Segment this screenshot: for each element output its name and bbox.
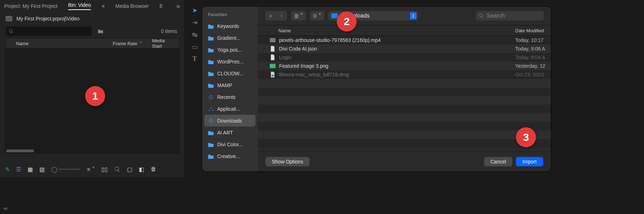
search-icon [479,13,484,18]
file-name: Divi Code AI.json [279,46,515,52]
horizontal-scrollbar[interactable] [6,149,34,152]
auto-sequence-icon[interactable]: ▯▯ [101,166,108,173]
empty-row [258,113,551,122]
svg-rect-4 [272,75,274,76]
sidebar-item-creative-[interactable]: Creative... [204,150,255,162]
project-search-input[interactable] [6,27,92,36]
empty-row [258,105,551,113]
project-list-header: Name Frame Rate˄ Media Start [5,38,179,49]
empty-row [258,79,551,87]
rectangle-tool-icon[interactable]: ▭ [192,43,198,51]
pencil-icon[interactable]: ✎ [5,166,10,173]
file-date: Yesterday, 12 [515,63,551,69]
nav-back-button[interactable]: ‹ [265,11,276,20]
file-row[interactable]: Featured Image 3.pngYesterday, 12 [258,62,551,70]
items-count: 0 items [161,28,179,34]
sidebar-item-recents[interactable]: Recents [204,91,255,103]
cc-logo-icon[interactable]: ∞ [1,205,9,213]
sidebar-item-label: AI ART [217,130,233,135]
stepper-icon: ▴▾ [410,12,416,19]
col-media-start[interactable]: Media Start [148,38,179,49]
sidebar-item-label: Recents [217,94,235,100]
tab-media-browser[interactable]: Media Browser [115,3,148,9]
sidebar-item-applicati-[interactable]: Applicati... [204,103,255,115]
new-bin-icon[interactable] [97,29,104,34]
tab-bin[interactable]: Bin: Video [68,2,91,10]
sidebar-item-yoga-pos-[interactable]: Yoga pos... [204,44,255,56]
annotation-marker-1: 1 [85,86,105,106]
empty-row [258,130,551,139]
sidebar-item-gradient-[interactable]: Gradient... [204,32,255,44]
col-name[interactable]: Name [13,41,109,46]
view-mode-grid[interactable]: ⁞⁞ ˅ [310,11,324,20]
sidebar-item-label: Yoga pos... [217,47,242,53]
ripple-edit-tool-icon[interactable]: ↹ [192,31,197,39]
file-name: Featured Image 3.png [279,63,515,69]
hamburger-icon[interactable]: ≡ [102,3,104,9]
cancel-button[interactable]: Cancel [484,157,513,166]
new-item-icon[interactable]: ◧ [139,166,144,173]
file-name: filmora-mac_setup_full718.dmg [279,72,515,77]
panel-tabs: Project: My First Project Bin: Video ≡ M… [0,0,184,12]
sidebar-item-label: Keywords [217,23,239,29]
sidebar-item-label: Divi Color... [217,142,243,147]
project-path: My First Project.prproj\Video [16,16,79,22]
file-row[interactable]: LoginToday, 8:04 A [258,53,551,62]
search-icon [9,29,14,34]
file-row[interactable]: Divi Code AI.jsonToday, 9:06 A [258,44,551,53]
sidebar-item-label: Creative... [217,153,240,159]
sort-asc-icon: ˄ [140,41,142,46]
sidebar-item-label: MAMP [217,82,232,88]
dialog-footer: Show Options Cancel Import [258,151,551,171]
sidebar-item-downloads[interactable]: Downloads [204,115,255,127]
file-name: Login [279,54,515,60]
finder-sidebar: Favorites KeywordsGradient...Yoga pos...… [202,6,258,171]
file-row[interactable]: filmora-mac_setup_full718.dmgOct 23, 202… [258,70,551,79]
file-col-name[interactable]: Name [258,28,515,33]
sidebar-item-label: Downloads [217,118,242,124]
icon-view-icon[interactable]: ▦ [28,166,33,173]
empty-row [258,139,551,148]
freeform-view-icon[interactable]: ▧ [39,166,45,173]
tab-project[interactable]: Project: My First Project [4,3,58,9]
svg-rect-2 [270,38,275,42]
file-date: Today, 8:04 A [515,54,551,60]
new-bin-icon[interactable]: ▢ [127,166,132,173]
track-select-tool-icon[interactable]: ⇥ [192,19,197,27]
search-icon[interactable] [114,166,121,172]
list-view-icon[interactable]: ☰ [16,166,21,173]
file-list[interactable]: pexels-arthouse-studio-7978563 (2160p).m… [258,36,551,151]
file-row[interactable]: pexels-arthouse-studio-7978563 (2160p).m… [258,36,551,44]
import-button[interactable]: Import [516,157,543,166]
col-frame-rate[interactable]: Frame Rate˄ [109,41,148,46]
sidebar-item-divi-color-[interactable]: Divi Color... [204,138,255,150]
sidebar-item-label: CLOUDW... [217,71,243,76]
annotation-marker-2: 2 [337,11,357,32]
annotation-marker-3: 3 [516,127,536,147]
sidebar-item-mamp[interactable]: MAMP [204,79,255,91]
file-date: Oct 23, 2023 [515,72,551,77]
tabs-overflow-icon[interactable]: » [176,3,180,10]
view-mode-list[interactable]: ≣ ˅ [291,11,306,20]
dialog-toolbar: ‹ › ≣ ˅ ⁞⁞ ˅ Downloads ▴▾ Search [258,6,551,25]
finder-search-input[interactable]: Search [476,11,544,20]
nav-forward-button[interactable]: › [276,11,287,20]
bin-icon [6,16,12,21]
sidebar-item-ai-art[interactable]: AI ART [204,127,255,138]
file-date: Today, 10:17 [515,37,551,43]
file-list-header: Name Date Modified [258,25,551,36]
sort-icon[interactable]: ≡ ˅ [87,166,95,173]
tab-next[interactable]: E [160,3,163,9]
sidebar-item-cloudw-[interactable]: CLOUDW... [204,67,255,79]
file-col-date[interactable]: Date Modified [515,28,551,33]
sidebar-item-keywords[interactable]: Keywords [204,20,255,32]
file-name: pexels-arthouse-studio-7978563 (2160p).m… [279,37,515,43]
sidebar-item-wordpres-[interactable]: WordPres... [204,56,255,67]
trash-icon[interactable]: 🗑 [151,166,156,172]
selection-tool-icon[interactable]: ➤ [192,6,197,14]
zoom-slider[interactable]: ◯ [51,166,80,173]
empty-row [258,122,551,130]
show-options-button[interactable]: Show Options [265,157,309,166]
type-tool-icon[interactable]: T [192,55,197,63]
svg-rect-3 [270,64,275,68]
